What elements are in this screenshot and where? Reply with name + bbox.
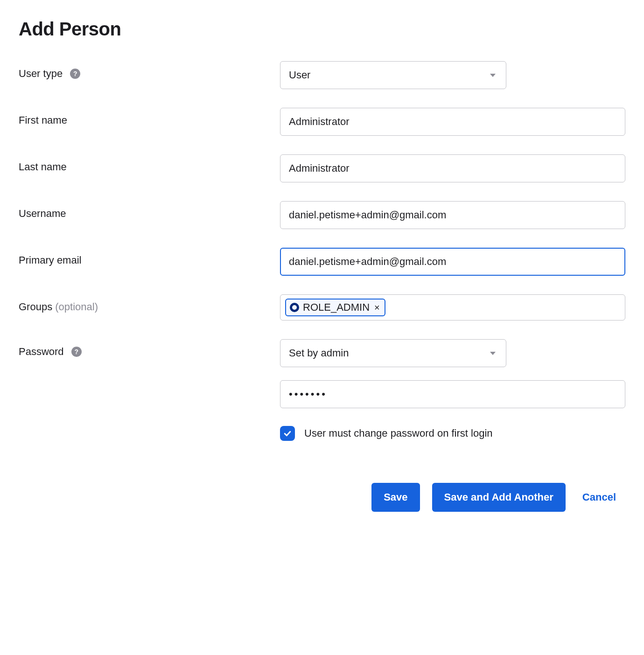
label-password-text: Password (19, 346, 64, 357)
last-name-input[interactable] (280, 154, 625, 182)
label-user-type-text: User type (19, 68, 63, 79)
password-mode-value: Set by admin (289, 347, 349, 359)
label-primary-email: Primary email (19, 248, 280, 266)
primary-email-input[interactable] (280, 248, 625, 276)
chevron-down-icon (490, 74, 496, 77)
row-primary-email: Primary email (19, 248, 625, 276)
user-type-select[interactable]: User (280, 61, 506, 89)
label-last-name: Last name (19, 154, 280, 173)
user-type-value: User (289, 69, 310, 81)
change-password-checkbox[interactable] (280, 426, 295, 441)
groups-input[interactable]: ROLE_ADMIN × (280, 294, 625, 321)
row-password-value (19, 380, 625, 408)
help-icon[interactable]: ? (70, 69, 80, 79)
page-title: Add Person (19, 19, 625, 40)
check-icon (283, 429, 292, 438)
chevron-down-icon (490, 352, 496, 355)
password-mode-select[interactable]: Set by admin (280, 339, 506, 367)
close-icon[interactable]: × (373, 303, 380, 312)
label-username: Username (19, 201, 280, 220)
row-first-name: First name (19, 108, 625, 136)
label-groups-optional: (optional) (55, 301, 98, 313)
label-user-type: User type ? (19, 61, 280, 80)
change-password-label: User must change password on first login (304, 427, 493, 439)
ring-icon (290, 303, 299, 312)
button-row: Save Save and Add Another Cancel (19, 483, 625, 512)
row-change-password: User must change password on first login (19, 421, 625, 441)
save-and-add-another-button[interactable]: Save and Add Another (432, 483, 566, 512)
label-groups-text: Groups (19, 301, 52, 313)
cancel-button[interactable]: Cancel (578, 483, 621, 512)
row-last-name: Last name (19, 154, 625, 182)
first-name-input[interactable] (280, 108, 625, 136)
row-password-mode: Password ? Set by admin (19, 339, 625, 367)
group-chip[interactable]: ROLE_ADMIN × (285, 299, 385, 316)
username-input[interactable] (280, 201, 625, 229)
row-groups: Groups (optional) ROLE_ADMIN × (19, 294, 625, 321)
help-icon[interactable]: ? (71, 347, 82, 357)
label-groups: Groups (optional) (19, 294, 280, 313)
row-username: Username (19, 201, 625, 229)
save-button[interactable]: Save (371, 483, 420, 512)
row-user-type: User type ? User (19, 61, 625, 89)
group-chip-label: ROLE_ADMIN (303, 301, 370, 314)
password-value-input[interactable] (280, 380, 625, 408)
label-first-name: First name (19, 108, 280, 126)
label-password: Password ? (19, 339, 280, 358)
